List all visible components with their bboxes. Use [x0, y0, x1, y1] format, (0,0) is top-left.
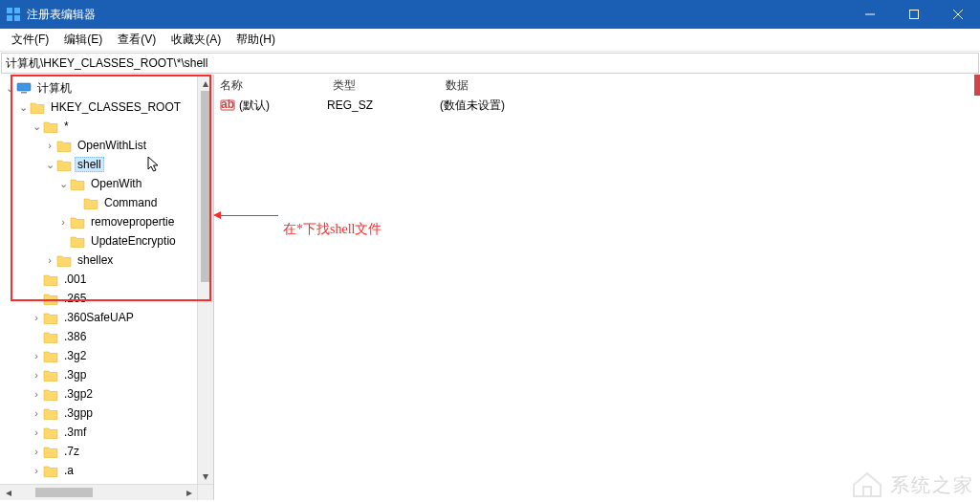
- list-header: 名称 类型 数据: [214, 75, 980, 96]
- tree-item-command[interactable]: Command: [0, 193, 213, 212]
- tree-item-shell[interactable]: ⌄ shell: [0, 155, 213, 174]
- folder-icon: [82, 195, 99, 210]
- scrollbar-corner: [197, 484, 213, 500]
- regedit-icon: [6, 7, 21, 22]
- tree-item-updateencryption[interactable]: UpdateEncryptio: [0, 231, 213, 251]
- folder-icon: [42, 310, 59, 325]
- tree-item-star[interactable]: ⌄ *: [0, 117, 213, 136]
- address-bar[interactable]: [1, 53, 979, 74]
- close-button[interactable]: [936, 0, 980, 29]
- tree-item-computer[interactable]: ⌄ 计算机: [0, 78, 213, 98]
- svg-rect-3: [14, 15, 20, 21]
- address-input[interactable]: [6, 56, 974, 70]
- scroll-right-icon[interactable]: ▸: [181, 485, 197, 501]
- tree-item-ext-386[interactable]: .386: [0, 327, 213, 346]
- tree-view[interactable]: ⌄ 计算机 ⌄ HKEY_CLASSES_ROOT ⌄ * › OpenWith…: [0, 75, 213, 484]
- tree-item-removeproperties[interactable]: › removepropertie: [0, 212, 213, 231]
- expand-icon[interactable]: ›: [31, 447, 42, 457]
- expand-icon[interactable]: ⌄: [31, 121, 42, 132]
- expand-icon[interactable]: ›: [31, 313, 42, 323]
- menubar: 文件(F) 编辑(E) 查看(V) 收藏夹(A) 帮助(H): [0, 29, 980, 52]
- folder-icon: [55, 138, 73, 153]
- tree-item-shellex[interactable]: › shellex: [0, 251, 213, 270]
- maximize-button[interactable]: [892, 0, 936, 29]
- folder-icon: [42, 405, 59, 421]
- menu-file[interactable]: 文件(F): [4, 30, 56, 50]
- scroll-up-icon[interactable]: ▴: [198, 75, 214, 91]
- folder-icon: [69, 214, 86, 229]
- values-pane: 名称 类型 数据 ab (默认) REG_SZ (数值未设置): [214, 75, 980, 500]
- tree-item-ext-3gp2[interactable]: ›.3gp2: [0, 384, 213, 404]
- menu-help[interactable]: 帮助(H): [229, 30, 283, 50]
- folder-icon: [42, 348, 59, 363]
- tree-item-ext-3mf[interactable]: ›.3mf: [0, 423, 213, 442]
- expand-icon[interactable]: ›: [44, 255, 55, 266]
- minimize-button[interactable]: [848, 0, 892, 29]
- expand-icon[interactable]: ⌄: [57, 179, 69, 189]
- expand-icon[interactable]: ⌄: [4, 83, 15, 94]
- tree-item-ext-7z[interactable]: ›.7z: [0, 442, 213, 461]
- tree-item-ext-a[interactable]: ›.a: [0, 461, 213, 480]
- folder-icon: [69, 176, 86, 191]
- titlebar: 注册表编辑器: [0, 0, 980, 29]
- folder-icon: [42, 119, 59, 134]
- folder-icon: [42, 329, 59, 344]
- scrollbar-thumb[interactable]: [35, 488, 93, 497]
- tree-vertical-scrollbar[interactable]: ▴ ▾: [197, 75, 213, 484]
- folder-icon: [42, 425, 59, 440]
- folder-icon: [42, 463, 59, 478]
- expand-icon[interactable]: ›: [31, 408, 42, 419]
- svg-rect-1: [14, 8, 20, 13]
- right-accent: [974, 75, 980, 96]
- svg-text:ab: ab: [221, 98, 234, 111]
- tree-item-ext-3g2[interactable]: ›.3g2: [0, 346, 213, 365]
- menu-favorites[interactable]: 收藏夹(A): [163, 30, 229, 50]
- tree-pane: ⌄ 计算机 ⌄ HKEY_CLASSES_ROOT ⌄ * › OpenWith…: [0, 75, 214, 500]
- folder-icon: [55, 157, 73, 172]
- folder-icon: [42, 444, 59, 459]
- column-type[interactable]: 类型: [327, 77, 440, 94]
- tree-item-ext-3gpp[interactable]: ›.3gpp: [0, 404, 213, 423]
- value-row-default[interactable]: ab (默认) REG_SZ (数值未设置): [214, 96, 980, 115]
- expand-icon[interactable]: ›: [31, 427, 42, 438]
- tree-item-hkcr[interactable]: ⌄ HKEY_CLASSES_ROOT: [0, 98, 213, 117]
- tree-item-ext-3gp[interactable]: ›.3gp: [0, 365, 213, 384]
- value-data: (数值未设置): [440, 98, 980, 114]
- window-title: 注册表编辑器: [27, 7, 848, 23]
- expand-icon[interactable]: ›: [44, 141, 55, 151]
- tree-item-ext-360safeuap[interactable]: ›.360SafeUAP: [0, 308, 213, 327]
- folder-icon: [55, 252, 73, 268]
- scrollbar-thumb[interactable]: [201, 91, 210, 282]
- svg-rect-9: [21, 92, 27, 94]
- value-name: (默认): [239, 98, 270, 114]
- menu-view[interactable]: 查看(V): [110, 30, 163, 50]
- expand-icon[interactable]: ›: [31, 370, 42, 381]
- tree-item-openwithlist[interactable]: › OpenWithList: [0, 136, 213, 155]
- svg-rect-0: [7, 8, 12, 13]
- expand-icon[interactable]: ›: [57, 217, 69, 228]
- folder-icon: [69, 233, 86, 249]
- svg-rect-8: [17, 83, 31, 91]
- tree-item-openwith[interactable]: ⌄ OpenWith: [0, 174, 213, 193]
- folder-icon: [42, 272, 59, 287]
- svg-rect-5: [910, 11, 919, 19]
- main-area: ⌄ 计算机 ⌄ HKEY_CLASSES_ROOT ⌄ * › OpenWith…: [0, 75, 980, 500]
- expand-icon[interactable]: ⌄: [44, 160, 55, 170]
- svg-rect-2: [7, 15, 12, 21]
- folder-icon: [42, 386, 59, 402]
- window-controls: [848, 0, 980, 29]
- tree-horizontal-scrollbar[interactable]: ◂ ▸: [0, 484, 197, 500]
- string-value-icon: ab: [220, 98, 235, 113]
- menu-edit[interactable]: 编辑(E): [56, 30, 110, 50]
- column-data[interactable]: 数据: [440, 77, 980, 94]
- tree-item-ext-001[interactable]: .001: [0, 270, 213, 289]
- expand-icon[interactable]: ›: [31, 389, 42, 400]
- folder-icon: [42, 367, 59, 382]
- scroll-down-icon[interactable]: ▾: [198, 468, 214, 484]
- expand-icon[interactable]: ›: [31, 466, 42, 476]
- expand-icon[interactable]: ⌄: [17, 102, 29, 113]
- scroll-left-icon[interactable]: ◂: [0, 485, 16, 501]
- column-name[interactable]: 名称: [214, 77, 327, 94]
- expand-icon[interactable]: ›: [31, 351, 42, 361]
- tree-item-ext-265[interactable]: .265: [0, 289, 213, 308]
